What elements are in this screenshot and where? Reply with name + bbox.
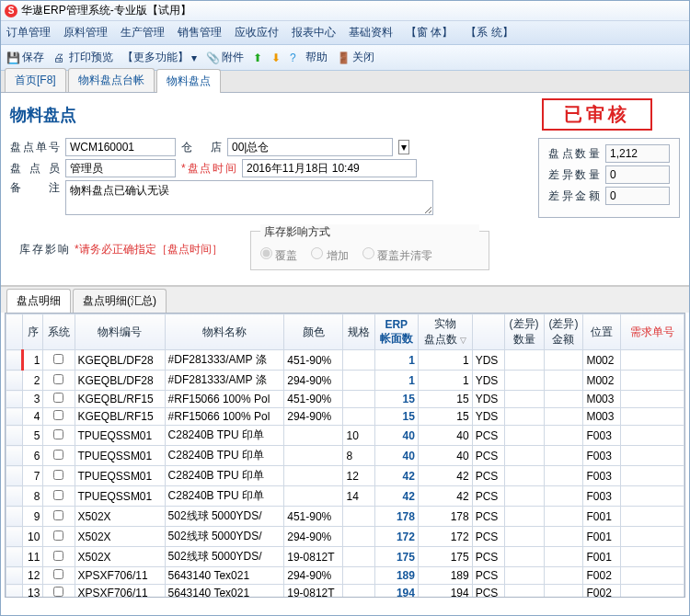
row-checkbox[interactable] (53, 587, 63, 597)
col-req[interactable]: 需求单号 (621, 314, 684, 350)
tab-inventory[interactable]: 物料盘点 (156, 69, 221, 93)
table-row[interactable]: 6 TPUEQSSM01C28240B TPU 印单8 4040PCS F003 (6, 446, 684, 466)
table-row[interactable]: 5 TPUEQSSM01C28240B TPU 印单10 4040PCS F00… (6, 426, 684, 446)
input-time[interactable] (242, 159, 417, 177)
page-tabs: 首页[F8] 物料盘点台帐 物料盘点 (1, 71, 689, 93)
more-button[interactable]: 【更多功能】 ▾ (122, 50, 197, 65)
menu-finance[interactable]: 应收应付 (235, 25, 279, 40)
radio-overwrite-clear[interactable]: 覆盖并清零 (362, 249, 432, 262)
table-row[interactable]: 13 XPSXF706/115643140 Tex02119-0812T 194… (6, 585, 684, 599)
page-title: 物料盘点 (10, 104, 76, 126)
row-checkbox[interactable] (53, 551, 63, 561)
menu-production[interactable]: 生产管理 (121, 25, 165, 40)
print-preview-button[interactable]: 🖨打印预览 (53, 50, 113, 65)
save-button[interactable]: 💾保存 (6, 50, 44, 65)
col-name[interactable]: 物料名称 (165, 314, 284, 350)
table-row[interactable]: 8 TPUEQSSM01C28240B TPU 印单14 4242PCS F00… (6, 486, 684, 507)
table-row[interactable]: 3 KGEQBL/RF15#RF15066 100% Pol451-90% 15… (6, 391, 684, 408)
tab-ledger[interactable]: 物料盘点台帐 (68, 68, 155, 92)
row-checkbox[interactable] (53, 530, 63, 541)
col-seq[interactable]: 序 (23, 314, 43, 350)
col-code[interactable]: 物料编号 (75, 314, 165, 350)
table-row[interactable]: 1 KGEQBL/DF28#DF281333/AMP 涤451-90% 11YD… (6, 350, 684, 371)
col-rowhead (6, 314, 23, 350)
help-icon: ? (290, 51, 303, 64)
col-real[interactable]: 实物盘点数 ▽ (418, 314, 472, 350)
app-icon: S (5, 5, 17, 17)
row-checkbox[interactable] (53, 429, 63, 439)
table-row[interactable]: 9 X502X502线球 5000YDS/451-90% 178178PCS F… (6, 507, 684, 527)
audit-stamp: 已审核 (542, 98, 652, 131)
lbl-doc-no: 盘点单号 (10, 140, 60, 155)
menu-basedata[interactable]: 基础资料 (349, 25, 393, 40)
menu-window[interactable]: 【窗 体】 (406, 25, 453, 40)
table-row[interactable]: 4 KGEQBL/RF15#RF15066 100% Pol294-90% 15… (6, 408, 684, 426)
up-button[interactable]: ⬆ (253, 51, 262, 64)
row-checkbox[interactable] (53, 410, 63, 420)
col-loc[interactable]: 位置 (583, 314, 621, 350)
lbl-mode: 库存影响方式 (260, 224, 479, 240)
table-row[interactable]: 12 XPSXF706/115643140 Tex021294-90% 1891… (6, 567, 684, 585)
attach-button[interactable]: 📎附件 (206, 50, 244, 65)
down-button[interactable]: ⬇ (271, 51, 281, 64)
table-row[interactable]: 10 X502X502线球 5000YDS/294-90% 172172PCS … (6, 527, 684, 547)
menu-materials[interactable]: 原料管理 (63, 25, 108, 40)
lbl-impact: 库存影响 (19, 242, 69, 257)
subtab-detail[interactable]: 盘点明细 (6, 289, 71, 313)
dropdown-icon[interactable]: ▾ (398, 140, 409, 154)
row-checkbox[interactable] (53, 354, 63, 364)
radio-append[interactable]: 增加 (311, 249, 348, 262)
window-title: 华遨ERP管理系统-专业版【试用】 (21, 3, 191, 18)
lbl-qty: 盘点数量 (548, 146, 600, 162)
radio-overwrite[interactable]: 覆盖 (260, 249, 297, 262)
toolbar: 💾保存 🖨打印预览 【更多功能】 ▾ 📎附件 ⬆ ⬇ ?帮助 🚪关闭 (1, 45, 689, 71)
impact-mode-group: 库存影响方式 覆盖 增加 覆盖并清零 (250, 231, 489, 270)
row-checkbox[interactable] (53, 569, 63, 579)
menu-reports[interactable]: 报表中心 (292, 25, 336, 40)
impact-hint: *请务必正确指定［盘点时间］ (75, 242, 223, 257)
row-checkbox[interactable] (53, 510, 63, 520)
col-erp[interactable]: ERP帐面数 (374, 314, 418, 350)
input-remark[interactable]: 物料盘点已确认无误 (65, 180, 433, 215)
col-spec[interactable]: 规格 (343, 314, 374, 350)
menu-orders[interactable]: 订单管理 (6, 25, 51, 40)
stats-box: 盘点数量 差异数量 差异金额 (538, 138, 680, 218)
arrow-up-icon: ⬆ (253, 51, 262, 64)
table-row[interactable]: 7 TPUEQSSM01C28240B TPU 印单12 4242PCS F00… (6, 466, 684, 486)
row-checkbox[interactable] (53, 450, 63, 460)
row-checkbox[interactable] (53, 470, 63, 480)
lbl-time: *盘点时间 (181, 161, 236, 177)
col-unit[interactable] (472, 314, 504, 350)
detail-grid[interactable]: 序 系统 物料编号 物料名称 颜色 规格 ERP帐面数 实物盘点数 ▽ (差异)… (5, 313, 685, 598)
titlebar: S 华遨ERP管理系统-专业版【试用】 (1, 1, 689, 21)
subtab-summary[interactable]: 盘点明细(汇总) (73, 289, 167, 313)
paperclip-icon: 📎 (206, 51, 219, 64)
col-diffamt[interactable]: (差异)金额 (544, 314, 583, 350)
input-doc-no[interactable] (65, 138, 176, 156)
table-row[interactable]: 11 X502X502线球 5000YDS/19-0812T 175175PCS… (6, 547, 684, 567)
col-diffqty[interactable]: (差异)数量 (504, 314, 544, 350)
menubar: 订单管理 原料管理 生产管理 销售管理 应收应付 报表中心 基础资料 【窗 体】… (1, 21, 689, 45)
lbl-remark: 备 注 (10, 180, 60, 196)
lbl-diff-amt: 差异金额 (548, 188, 600, 204)
table-row[interactable]: 2 KGEQBL/DF28#DF281333/AMP 涤294-90% 11YD… (6, 371, 684, 391)
val-diff-amt (605, 187, 670, 205)
disk-icon: 💾 (6, 51, 19, 64)
menu-system[interactable]: 【系 统】 (466, 25, 512, 40)
tab-home[interactable]: 首页[F8] (5, 68, 66, 92)
row-checkbox[interactable] (53, 490, 63, 500)
input-user[interactable] (65, 159, 176, 177)
lbl-diff-qty: 差异数量 (548, 167, 600, 183)
close-button[interactable]: 🚪关闭 (337, 50, 374, 65)
col-color[interactable]: 颜色 (284, 314, 343, 350)
lbl-store: 仓 店 (181, 140, 222, 155)
input-store[interactable] (227, 138, 393, 156)
col-sys[interactable]: 系统 (43, 314, 75, 350)
menu-sales[interactable]: 销售管理 (178, 25, 222, 40)
row-checkbox[interactable] (53, 393, 63, 403)
printer-icon: 🖨 (53, 51, 66, 64)
filter-icon[interactable]: ▽ (460, 336, 466, 345)
row-checkbox[interactable] (53, 374, 63, 384)
help-button[interactable]: ?帮助 (290, 50, 328, 65)
exit-icon: 🚪 (337, 51, 350, 64)
